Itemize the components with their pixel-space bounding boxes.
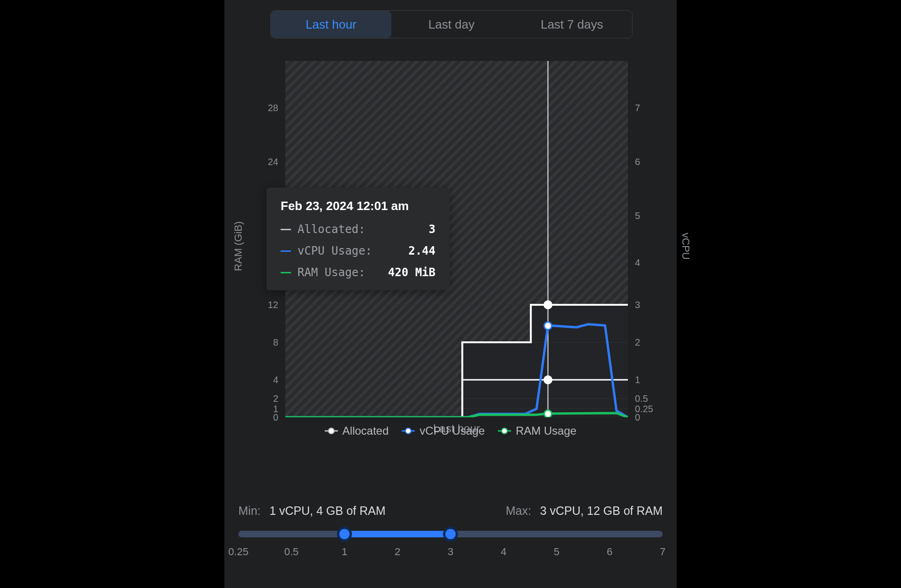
tooltip-value: 2.44 <box>408 244 435 257</box>
slider-tick: 4 <box>501 546 506 558</box>
y-axis-left-label: RAM (GiB) <box>232 221 244 271</box>
slider-tick: 6 <box>607 546 612 558</box>
svg-point-15 <box>544 301 552 309</box>
min-label: Min: <box>238 504 260 517</box>
tab-last-hour[interactable]: Last hour <box>271 11 391 38</box>
y-right-tick: 5 <box>635 211 640 221</box>
usage-chart[interactable]: RAM (GiB) vCPU 012481216202428 00.250.51… <box>252 61 661 431</box>
resource-range-slider[interactable]: 0.250.51234567 <box>238 531 663 558</box>
min-max-readout: Min: 1 vCPU, 4 GB of RAM Max: 3 vCPU, 12… <box>238 504 663 518</box>
y-right-tick: 4 <box>635 257 640 268</box>
y-right-tick: 0.5 <box>635 393 648 404</box>
legend-ram-label: RAM Usage <box>516 424 576 437</box>
slider-tick: 1 <box>342 546 347 558</box>
tooltip-timestamp: Feb 23, 2024 12:01 am <box>281 199 435 213</box>
slider-handle-min[interactable] <box>337 527 352 542</box>
slider-tick: 5 <box>554 546 559 558</box>
y-right-tick: 1 <box>635 375 640 385</box>
tooltip-row: RAM Usage:420 MiB <box>281 266 435 279</box>
slider-fill <box>344 531 450 537</box>
resource-usage-panel: Last hour Last day Last 7 days RAM (GiB)… <box>224 0 677 588</box>
y-left-tick: 4 <box>273 375 278 385</box>
tooltip-value: 3 <box>429 223 435 236</box>
legend-allocated-label: Allocated <box>343 424 389 437</box>
tooltip-value: 420 MiB <box>388 266 435 279</box>
y-left-tick: 2 <box>273 393 278 404</box>
legend-ram-usage[interactable]: RAM Usage <box>498 424 576 437</box>
y-left-tick: 1 <box>273 404 278 415</box>
hover-tooltip: Feb 23, 2024 12:01 am Allocated:3vCPU Us… <box>267 188 450 290</box>
tooltip-row: Allocated:3 <box>281 223 435 236</box>
time-range-tabs: Last hour Last day Last 7 days <box>270 10 633 38</box>
slider-tick: 2 <box>395 546 400 558</box>
y-right-tick: 3 <box>635 300 640 310</box>
y-right-tick: 6 <box>635 157 640 167</box>
plot-area[interactable]: Feb 23, 2024 12:01 am Allocated:3vCPU Us… <box>285 61 628 417</box>
tooltip-swatch-icon <box>281 250 291 252</box>
slider-tick: 3 <box>448 546 453 558</box>
tooltip-swatch-icon <box>281 229 291 230</box>
max-label: Max: <box>506 504 531 517</box>
y-axis-right-label: vCPU <box>680 233 692 259</box>
y-left-tick: 8 <box>273 337 278 348</box>
tooltip-swatch-icon <box>281 272 291 273</box>
min-value: 1 vCPU, 4 GB of RAM <box>269 504 385 517</box>
tab-last-day[interactable]: Last day <box>391 11 512 38</box>
legend-vcpu-usage[interactable]: vCPU Usage <box>402 424 485 437</box>
slider-tick: 7 <box>660 546 665 558</box>
legend: Allocated vCPU Usage RAM Usage <box>224 424 677 437</box>
legend-allocated[interactable]: Allocated <box>325 424 389 437</box>
y-right-tick: 0.25 <box>635 404 653 415</box>
swatch-ram-icon <box>498 428 511 434</box>
tooltip-row: vCPU Usage:2.44 <box>281 244 435 257</box>
max-value: 3 vCPU, 12 GB of RAM <box>540 504 663 517</box>
swatch-vcpu-icon <box>402 428 415 434</box>
tooltip-key: Allocated: <box>298 223 366 236</box>
y-right-tick: 2 <box>635 337 640 348</box>
slider-tick: 0.25 <box>229 546 249 558</box>
slider-tick: 0.5 <box>284 546 299 558</box>
tab-last-7-days[interactable]: Last 7 days <box>512 11 632 38</box>
y-right-tick: 7 <box>635 103 640 113</box>
svg-point-16 <box>544 376 552 384</box>
y-left-tick: 12 <box>268 300 278 310</box>
y-left-tick: 24 <box>268 157 278 167</box>
y-left-tick: 28 <box>268 103 278 113</box>
swatch-allocated-icon <box>325 428 338 434</box>
legend-vcpu-label: vCPU Usage <box>420 424 485 437</box>
slider-track[interactable] <box>238 531 663 537</box>
tooltip-key: vCPU Usage: <box>298 244 372 257</box>
svg-point-18 <box>544 410 552 417</box>
svg-point-17 <box>544 322 552 330</box>
slider-handle-max[interactable] <box>443 527 458 542</box>
tooltip-key: RAM Usage: <box>298 266 366 279</box>
